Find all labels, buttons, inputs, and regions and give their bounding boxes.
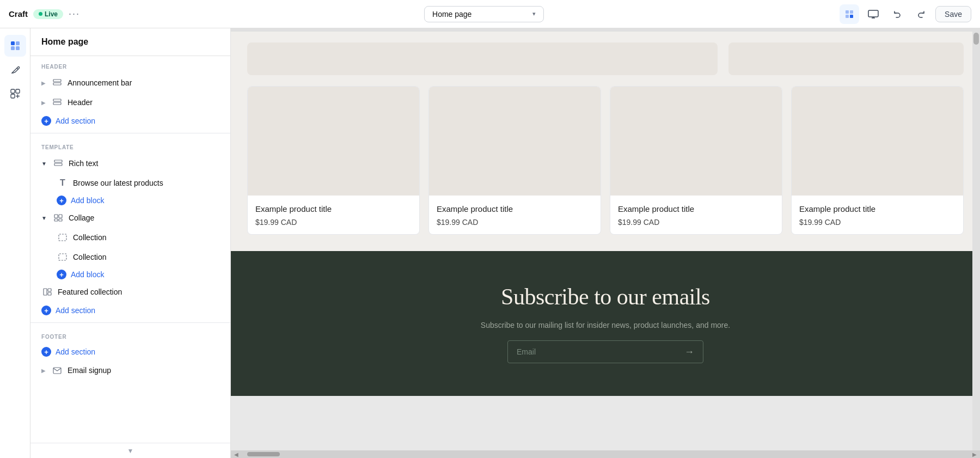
rail-blocks-icon[interactable] [4,83,26,105]
email-section-subtitle: Subscribe to our mailing list for inside… [481,321,730,329]
product-image-3 [610,87,782,196]
svg-rect-27 [59,234,66,241]
add-section-header-button[interactable]: + Add section [30,112,230,130]
rail-sections-icon[interactable] [4,35,26,57]
header-label: Header [68,98,219,107]
svg-rect-8 [16,41,20,45]
canvas-vscroll-thumb[interactable] [973,33,979,45]
svg-rect-24 [59,215,62,218]
collection-1-label: Collection [73,233,219,242]
canvas-inner: Example product title $19.99 CAD Example… [231,32,980,396]
browse-latest-label: Browse our latest products [73,179,219,187]
add-section-header-label: Add section [56,117,95,125]
product-info-3: Example product title $19.99 CAD [610,196,782,234]
svg-rect-20 [53,102,61,105]
text-block-icon: T [57,177,69,189]
canvas-horizontal-scrollbar[interactable]: ◀ ▶ [231,450,980,458]
svg-rect-18 [53,83,61,85]
featured-collection-icon [41,286,53,298]
select-tool-button[interactable] [840,4,859,24]
sidebar-item-collection-1[interactable]: Collection [30,228,230,247]
sidebar-item-rich-text[interactable]: ▼ Rich text [30,154,230,173]
undo-button[interactable] [887,4,907,24]
collage-label: Collage [69,213,219,222]
product-grid: Example product title $19.99 CAD Example… [247,86,964,235]
email-section-title: Subscribe to our emails [501,284,710,310]
arrow-down-icon: ▼ [41,161,47,167]
add-section-template-button[interactable]: + Add section [30,302,230,319]
sidebar-item-header[interactable]: ▶ Header [30,93,230,112]
undo-icon [892,9,902,19]
arrow-icon: ▶ [41,80,46,86]
product-price-4: $19.99 CAD [799,218,955,227]
desktop-view-button[interactable] [863,4,883,24]
svg-rect-30 [48,289,51,291]
collection-1-icon [57,231,69,243]
announcement-bar-icon [51,77,63,89]
sidebar-item-browse-latest[interactable]: T Browse our latest products [30,173,230,193]
product-price-2: $19.99 CAD [437,218,593,227]
collage-icon [52,212,64,224]
svg-rect-19 [53,99,61,101]
sidebar-content: HEADER ▶ Announcement bar ▶ Header + Add… [30,56,230,443]
sidebar-item-collage[interactable]: ▼ Collage [30,208,230,228]
sidebar-scroll-bottom[interactable]: ▼ [30,443,230,458]
featured-collection-label: Featured collection [58,288,219,296]
email-signup-section: Subscribe to our emails Subscribe to our… [231,251,980,396]
add-section-footer-label: Add section [56,347,95,356]
desktop-icon [868,10,879,19]
add-block-collage-label: Add block [71,270,104,279]
table-row: Example product title $19.99 CAD [428,86,601,235]
plus-circle-icon: + [41,306,51,315]
redo-button[interactable] [911,4,931,24]
more-options-button[interactable]: ··· [69,8,80,20]
rail-customize-icon[interactable] [4,59,26,81]
save-button[interactable]: Save [935,6,971,22]
product-price-3: $19.99 CAD [618,218,774,227]
topbar-right: Save [840,4,971,24]
chevron-down-icon: ▾ [532,10,536,17]
topbar-left: Craft Live ··· [9,8,128,20]
svg-rect-25 [54,219,58,221]
svg-rect-13 [16,89,20,93]
svg-rect-31 [48,292,51,295]
scroll-left-arrow[interactable]: ◀ [231,451,242,457]
svg-rect-10 [16,46,20,50]
svg-rect-1 [850,10,853,14]
live-dot [39,12,42,16]
plus-circle-icon: + [57,196,66,205]
product-title-4: Example product title [799,203,955,215]
announcement-bar-label: Announcement bar [68,78,219,87]
add-block-rich-text-button[interactable]: + Add block [30,193,230,208]
email-signup-label: Email signup [68,366,219,375]
top-partial-cards [247,42,964,75]
email-submit-button[interactable]: → [676,341,703,363]
email-signup-icon [51,364,63,376]
svg-rect-14 [11,94,15,98]
add-block-rich-label: Add block [71,196,104,205]
email-input[interactable] [508,341,676,363]
header-icon [51,96,63,108]
svg-rect-12 [11,89,15,93]
svg-rect-23 [54,215,58,218]
scroll-right-arrow[interactable]: ▶ [969,451,980,457]
add-section-footer-button[interactable]: + Add section [30,343,230,361]
product-info-4: Example product title $19.99 CAD [792,196,963,234]
svg-rect-7 [11,41,15,45]
product-title-1: Example product title [255,203,412,215]
canvas-vscroll-track[interactable] [972,32,980,450]
product-price-1: $19.99 CAD [255,218,412,227]
divider-1 [30,133,230,133]
svg-rect-9 [11,46,15,50]
sidebar-item-announcement-bar[interactable]: ▶ Announcement bar [30,73,230,93]
canvas-scroll[interactable]: Example product title $19.99 CAD Example… [231,32,980,450]
rich-text-label: Rich text [69,159,219,168]
sidebar-item-collection-2[interactable]: Collection [30,247,230,267]
sidebar-item-email-signup[interactable]: ▶ Email signup [30,361,230,380]
sidebar-item-featured-collection[interactable]: Featured collection [30,282,230,302]
live-label: Live [45,10,58,18]
page-selector[interactable]: Home page ▾ [424,6,544,22]
canvas-hscroll-thumb[interactable] [247,452,280,456]
sidebar: Home page HEADER ▶ Announcement bar ▶ He… [30,28,231,458]
add-block-collage-button[interactable]: + Add block [30,267,230,282]
